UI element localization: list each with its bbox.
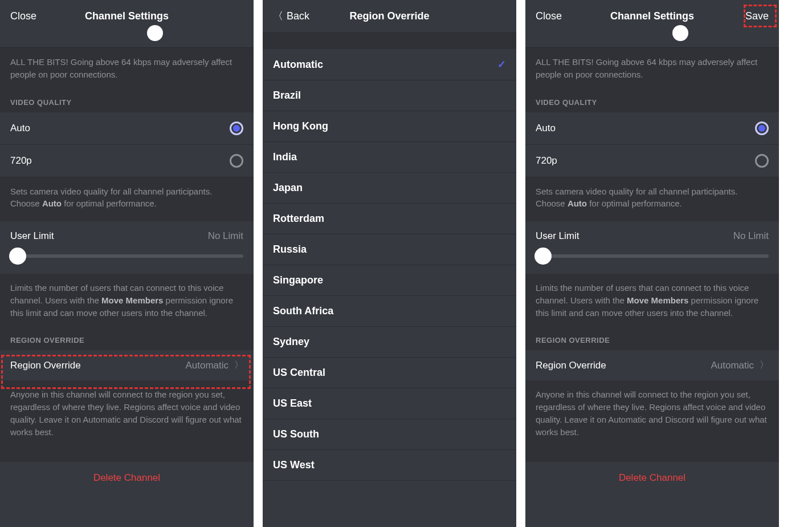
save-button[interactable]: Save: [745, 10, 769, 22]
region-option[interactable]: India: [263, 142, 516, 173]
page-title: Channel Settings: [610, 10, 694, 22]
region-option-label: Singapore: [273, 274, 323, 286]
region-option-label: US South: [273, 428, 319, 440]
region-option-label: Brazil: [273, 90, 301, 102]
region-option[interactable]: Automatic✓: [263, 49, 516, 80]
slider-thumb[interactable]: [534, 248, 552, 265]
region-option-label: India: [273, 151, 297, 163]
video-quality-header: VIDEO QUALITY: [0, 92, 254, 112]
back-button[interactable]: 〈 Back: [273, 9, 309, 23]
user-limit-slider[interactable]: [10, 254, 243, 258]
region-override-description: Anyone in this channel will connect to t…: [525, 380, 779, 449]
region-option[interactable]: US East: [263, 388, 516, 419]
page-title: Region Override: [349, 10, 429, 22]
video-option-label: 720p: [536, 155, 557, 167]
user-limit-row: User Limit No Limit: [525, 221, 779, 274]
video-option-label: Auto: [536, 123, 556, 134]
region-option[interactable]: Hong Kong: [263, 111, 516, 142]
region-option[interactable]: Singapore: [263, 265, 516, 296]
region-override-row[interactable]: Region Override Automatic 〉: [0, 350, 254, 380]
body: Automatic✓BrazilHong KongIndiaJapanRotte…: [263, 32, 516, 481]
bitrate-toggle-partial: [525, 32, 779, 48]
region-option-label: US West: [273, 459, 315, 471]
chevron-right-icon: 〉: [760, 359, 769, 371]
video-option-auto[interactable]: Auto: [525, 112, 779, 145]
close-button[interactable]: Close: [10, 10, 36, 22]
region-override-panel: 〈 Back Region Override Automatic✓BrazilH…: [263, 0, 516, 527]
region-option-label: Hong Kong: [273, 120, 328, 132]
video-option-auto[interactable]: Auto: [0, 112, 254, 145]
region-option[interactable]: South Africa: [263, 296, 516, 327]
radio-selected-icon: [755, 121, 769, 135]
header: Close Channel Settings Save: [525, 0, 779, 32]
video-quality-description: Sets camera video quality for all channe…: [525, 177, 779, 222]
region-option[interactable]: US Central: [263, 358, 516, 388]
radio-selected-icon: [230, 121, 243, 135]
close-button[interactable]: Close: [536, 10, 562, 22]
region-list: Automatic✓BrazilHong KongIndiaJapanRotte…: [263, 49, 516, 481]
spacer: [263, 32, 516, 49]
region-option[interactable]: Brazil: [263, 80, 516, 111]
region-option[interactable]: Russia: [263, 234, 516, 265]
toggle-knob[interactable]: [147, 25, 163, 41]
region-override-value: Automatic: [711, 360, 754, 371]
check-icon: ✓: [497, 58, 506, 71]
region-option-label: Rotterdam: [273, 213, 324, 225]
region-override-row[interactable]: Region Override Automatic 〉: [525, 350, 779, 380]
user-limit-label: User Limit: [10, 230, 54, 242]
toggle-knob[interactable]: [672, 25, 688, 41]
region-option[interactable]: US West: [263, 450, 516, 481]
page-title: Channel Settings: [85, 10, 169, 22]
region-option-label: Russia: [273, 244, 307, 256]
region-option[interactable]: Sydney: [263, 327, 516, 358]
chevron-right-icon: 〉: [234, 359, 243, 371]
user-limit-label: User Limit: [536, 230, 580, 242]
delete-channel-button[interactable]: Delete Channel: [525, 462, 779, 494]
region-option-label: US East: [273, 398, 312, 410]
region-option-label: Japan: [273, 182, 303, 194]
region-override-header: REGION OVERRIDE: [525, 330, 779, 350]
region-override-label: Region Override: [536, 360, 606, 371]
header: Close Channel Settings: [0, 0, 254, 32]
user-limit-description: Limits the number of users that can conn…: [0, 274, 254, 330]
channel-settings-panel-1: Close Channel Settings ALL THE BITS! Goi…: [0, 0, 254, 527]
channel-settings-panel-3: Close Channel Settings Save ALL THE BITS…: [525, 0, 779, 527]
delete-channel-button[interactable]: Delete Channel: [0, 462, 254, 494]
bitrate-toggle-partial: [0, 32, 254, 48]
bitrate-description: ALL THE BITS! Going above 64 kbps may ad…: [0, 48, 254, 92]
radio-unselected-icon: [230, 154, 243, 168]
region-override-header: REGION OVERRIDE: [0, 330, 254, 350]
video-option-720p[interactable]: 720p: [525, 145, 779, 177]
video-option-label: 720p: [10, 155, 32, 167]
body: ALL THE BITS! Going above 64 kbps may ad…: [0, 32, 254, 494]
region-override-value: Automatic: [185, 360, 228, 371]
region-option[interactable]: US South: [263, 419, 516, 450]
chevron-left-icon: 〈: [273, 9, 283, 23]
user-limit-row: User Limit No Limit: [0, 221, 254, 274]
user-limit-description: Limits the number of users that can conn…: [525, 274, 779, 330]
user-limit-value: No Limit: [208, 230, 243, 242]
user-limit-slider[interactable]: [536, 254, 769, 258]
body: ALL THE BITS! Going above 64 kbps may ad…: [525, 32, 779, 494]
region-option-label: Sydney: [273, 336, 309, 348]
region-option-label: US Central: [273, 367, 325, 379]
user-limit-value: No Limit: [733, 230, 769, 242]
region-option[interactable]: Japan: [263, 173, 516, 204]
radio-unselected-icon: [755, 154, 769, 168]
header: 〈 Back Region Override: [263, 0, 516, 32]
region-option-label: South Africa: [273, 305, 333, 317]
bitrate-description: ALL THE BITS! Going above 64 kbps may ad…: [525, 48, 779, 92]
video-quality-description: Sets camera video quality for all channe…: [0, 177, 254, 222]
video-option-720p[interactable]: 720p: [0, 145, 254, 177]
region-option-label: Automatic: [273, 59, 323, 71]
region-override-description: Anyone in this channel will connect to t…: [0, 380, 254, 449]
slider-thumb[interactable]: [9, 248, 26, 265]
video-quality-header: VIDEO QUALITY: [525, 92, 779, 112]
region-option[interactable]: Rotterdam: [263, 204, 516, 234]
video-option-label: Auto: [10, 123, 30, 134]
region-override-label: Region Override: [10, 360, 81, 371]
